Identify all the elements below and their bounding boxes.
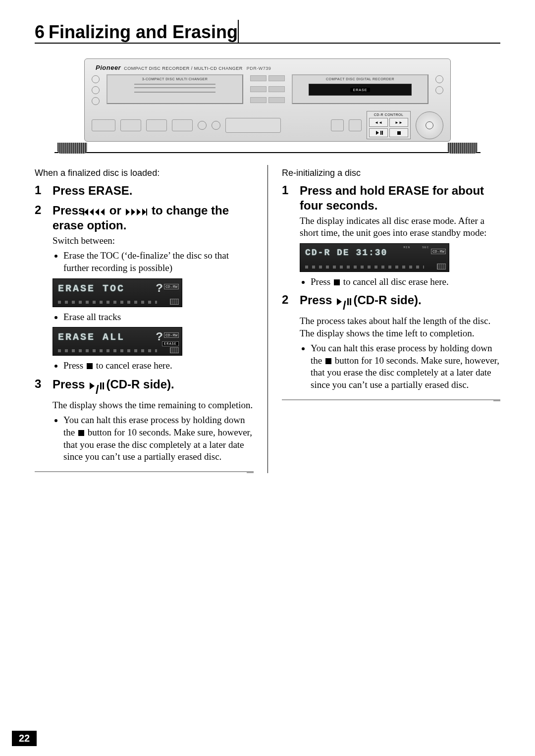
- rewind-icon: [101, 209, 105, 216]
- play-icon: [337, 298, 342, 305]
- play-icon: [90, 382, 95, 389]
- erase-indicator: ERASE: [350, 88, 371, 92]
- right-halt-note: You can halt this erase process by holdi…: [311, 342, 500, 391]
- device-display: ERASE: [309, 84, 412, 96]
- fast-forward-icon: [126, 209, 130, 216]
- left-column: When a finalized disc is loaded: 1 Press…: [35, 165, 268, 473]
- right-column: Re-initializing a disc 1 Press and hold …: [268, 165, 500, 473]
- prev-skip-icon: [90, 209, 94, 216]
- left-step-2-title: Press or to change the erase option.: [53, 203, 254, 233]
- device-model: PDR-W739: [247, 66, 271, 71]
- stop-icon: [325, 358, 331, 364]
- cdr-control-label: CD-R CONTROL: [369, 113, 408, 116]
- cancel-erase-note: Press to cancel erase here.: [63, 360, 254, 372]
- stop-icon: [87, 363, 93, 369]
- left-step-3-title: Press / (CD-R side).: [53, 377, 174, 397]
- rewind-button[interactable]: ◄◄: [369, 118, 388, 127]
- jog-dial[interactable]: [416, 111, 443, 139]
- section-rule: [282, 399, 500, 401]
- right-lead: Re-initializing a disc: [282, 168, 500, 178]
- deck-right-label: COMPACT DISC DIGITAL RECORDER: [326, 77, 394, 81]
- section-rule: [35, 471, 254, 473]
- device-illustration: Pioneer COMPACT DISC RECORDER / MULTI-CD…: [35, 44, 500, 158]
- device-subtitle: COMPACT DISC RECORDER / MULTI-CD CHANGER: [124, 66, 243, 71]
- next-skip-icon: [137, 209, 141, 216]
- right-step-2: 2 Press / (CD-R side).: [282, 293, 500, 313]
- left-step-3-body: The display shows the time remaining to …: [53, 399, 254, 411]
- brand-logo: Pioneer: [96, 64, 121, 71]
- deck-left: 3-COMPACT DISC MULTI CHANGER: [107, 74, 243, 104]
- right-step-1-body: The display indicates all disc erase mod…: [300, 215, 500, 239]
- right-step-1: 1 Press and hold ERASE for about four se…: [282, 183, 500, 213]
- switch-between: Switch between:: [53, 235, 254, 247]
- header-divider: [238, 20, 239, 43]
- left-halt-note: You can halt this erase process by holdi…: [63, 414, 254, 463]
- pause-icon: [347, 298, 349, 305]
- erase-option-all: Erase all tracks: [63, 311, 254, 324]
- device-control-row: CD-R CONTROL ◄◄ ►►: [92, 111, 443, 139]
- left-step-3: 3 Press / (CD-R side).: [35, 377, 254, 397]
- deck-right: COMPACT DISC DIGITAL RECORDER ERASE: [292, 74, 428, 104]
- deck-left-label: 3-COMPACT DISC MULTI CHANGER: [142, 77, 208, 81]
- left-step-2: 2 Press or to change t: [35, 203, 254, 233]
- fast-forward-button[interactable]: ►►: [389, 118, 408, 127]
- cancel-all-erase-note: Press to cancel all disc erase here.: [311, 276, 500, 288]
- right-step-2-body: The process takes about half the length …: [300, 315, 500, 339]
- left-step-1-title: Press ERASE.: [53, 183, 132, 198]
- play-pause-button[interactable]: [369, 128, 388, 137]
- page-number: 22: [12, 731, 37, 746]
- left-step-1: 1 Press ERASE.: [35, 183, 254, 198]
- right-step-2-title: Press / (CD-R side).: [300, 293, 422, 313]
- pause-icon: [100, 382, 102, 389]
- lcd-erase-all: ERASE ALL ? CD-RW ERASE: [53, 327, 182, 356]
- erase-option-toc: Erase the TOC (‘de-finalize’ the disc so…: [63, 250, 254, 274]
- left-lead: When a finalized disc is loaded:: [35, 168, 254, 178]
- lcd-reinit: MINSEC CD-R DE 31:30 CD-RW: [300, 243, 449, 272]
- cdr-control-panel: CD-R CONTROL ◄◄ ►►: [367, 111, 411, 139]
- chapter-title: Finalizing and Erasing: [49, 22, 238, 43]
- center-buttons-grid: [250, 74, 285, 106]
- stop-button[interactable]: [389, 128, 408, 137]
- chapter-number: 6: [35, 22, 45, 43]
- right-step-1-title: Press and hold ERASE for about four seco…: [300, 183, 500, 213]
- stop-icon: [78, 430, 84, 436]
- left-buttons-column: [92, 74, 100, 106]
- lcd-erase-toc: ERASE TOC ? CD-RW: [53, 278, 182, 307]
- chapter-header: 6 Finalizing and Erasing: [35, 15, 500, 44]
- stop-icon: [334, 279, 340, 285]
- right-buttons-column: [435, 74, 443, 106]
